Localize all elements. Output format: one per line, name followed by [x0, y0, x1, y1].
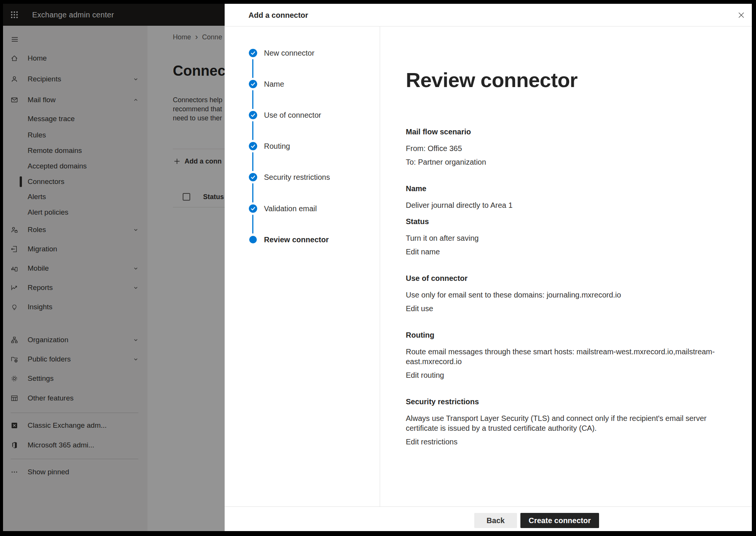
step-validation-email[interactable]: Validation email [264, 203, 317, 214]
review-text: Route email messages through these smart… [406, 347, 729, 366]
step-completed-check-icon [249, 204, 257, 213]
review-text: To: Partner organization [406, 157, 729, 167]
step-completed-check-icon [249, 49, 257, 57]
step-name[interactable]: Name [264, 79, 284, 89]
step-security-restrictions[interactable]: Security restrictions [264, 172, 330, 182]
panel-title: Add a connector [248, 4, 308, 26]
review-text: Use only for email sent to these domains… [406, 290, 729, 300]
review-text: Deliver journal directly to Area 1 [406, 200, 729, 210]
create-connector-button[interactable]: Create connector [520, 513, 599, 528]
step-completed-check-icon [249, 173, 257, 181]
back-button[interactable]: Back [474, 513, 517, 528]
stepper-connector-line [252, 90, 253, 109]
review-summary: Mail flow scenarioFrom: Office 365To: Pa… [406, 127, 729, 447]
add-connector-panel: Add a connector New connectorNameUse of … [225, 4, 752, 531]
stepper-connector-line [252, 215, 253, 234]
review-section-header-security-restrictions: Security restrictions [406, 397, 729, 407]
review-text: From: Office 365 [406, 143, 729, 153]
stepper-connector-line [252, 59, 253, 78]
edit-restrictions-link[interactable]: Edit restrictions [406, 437, 458, 447]
review-section-header-routing: Routing [406, 330, 729, 340]
review-section-header-mail-flow-scenario: Mail flow scenario [406, 127, 729, 137]
review-section-header-use-of-connector: Use of connector [406, 273, 729, 284]
panel-header: Add a connector [225, 4, 752, 26]
panel-footer: Back Create connector [225, 506, 752, 531]
edit-name-link[interactable]: Edit name [406, 247, 440, 257]
review-text: Turn it on after saving [406, 233, 729, 243]
stepper-connector-line [252, 183, 253, 203]
step-use-of-connector[interactable]: Use of connector [264, 110, 321, 120]
review-section-header-name: Name [406, 184, 729, 194]
stepper-connector-line [252, 152, 253, 171]
edit-routing-link[interactable]: Edit routing [406, 370, 444, 380]
edit-use-link[interactable]: Edit use [406, 304, 433, 313]
step-review-connector[interactable]: Review connector [264, 234, 329, 245]
review-connector-heading: Review connector [406, 68, 577, 92]
step-completed-check-icon [249, 111, 257, 119]
step-new-connector[interactable]: New connector [264, 48, 314, 58]
step-current-dot-icon [249, 236, 257, 243]
wizard-stepper: New connectorNameUse of connectorRouting… [225, 26, 380, 506]
review-section-header-status: Status [406, 217, 729, 227]
step-completed-check-icon [249, 142, 257, 150]
step-routing[interactable]: Routing [264, 141, 290, 151]
step-completed-check-icon [249, 80, 257, 88]
stepper-connector-line [252, 121, 253, 140]
close-icon[interactable] [737, 11, 746, 20]
review-text: Always use Transport Layer Security (TLS… [406, 413, 729, 433]
screen: Exchange admin center HomeRecipientsMail… [0, 0, 756, 536]
